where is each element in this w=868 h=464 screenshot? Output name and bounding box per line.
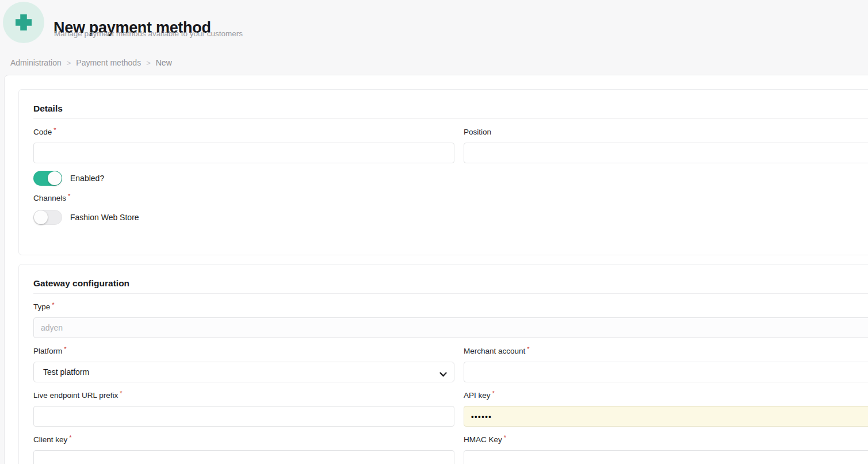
position-label: Position xyxy=(464,128,868,136)
platform-select[interactable]: Test platform xyxy=(33,362,454,382)
required-marker: * xyxy=(52,301,54,308)
client-key-input[interactable] xyxy=(33,450,454,464)
details-card-title: Details xyxy=(33,104,868,113)
required-marker: * xyxy=(504,434,506,441)
enabled-toggle-row: Enabled? xyxy=(33,171,868,186)
merchant-account-field-group: Merchant account* xyxy=(464,347,868,382)
code-input[interactable] xyxy=(33,143,454,163)
breadcrumb-administration[interactable]: Administration xyxy=(10,58,62,67)
channels-label: Channels* xyxy=(33,194,868,202)
type-label: Type* xyxy=(33,303,868,311)
type-input xyxy=(33,317,868,338)
required-marker: * xyxy=(527,346,529,352)
channel-toggle-row: Fashion Web Store xyxy=(33,210,868,225)
required-marker: * xyxy=(64,346,66,352)
type-field-group: Type* xyxy=(33,303,868,338)
live-endpoint-url-prefix-label: Live endpoint URL prefix* xyxy=(33,392,454,400)
client-key-field-group: Client key* xyxy=(33,436,454,464)
merchant-account-label: Merchant account* xyxy=(464,347,868,355)
breadcrumb: Administration > Payment methods > New xyxy=(10,58,172,67)
required-marker: * xyxy=(68,193,70,200)
required-marker: * xyxy=(492,390,495,397)
client-key-label: Client key* xyxy=(33,436,454,444)
toggle-knob xyxy=(48,171,62,185)
hmac-key-field-group: HMAC Key* xyxy=(464,436,868,464)
code-field-group: Code* xyxy=(33,128,454,163)
hmac-key-label: HMAC Key* xyxy=(464,436,868,444)
toggle-knob xyxy=(34,210,48,224)
channel-fashion-web-store-toggle[interactable] xyxy=(33,210,62,225)
hmac-key-input[interactable] xyxy=(464,450,868,464)
live-endpoint-url-prefix-input[interactable] xyxy=(33,406,454,427)
enabled-toggle[interactable] xyxy=(33,171,62,186)
gateway-configuration-card: Gateway configuration Type* Platform* Te… xyxy=(18,264,868,464)
api-key-input[interactable] xyxy=(464,406,868,427)
gateway-card-title: Gateway configuration xyxy=(33,279,868,288)
channel-fashion-web-store-label: Fashion Web Store xyxy=(70,213,139,222)
breadcrumb-new: New xyxy=(156,58,172,67)
platform-label: Platform* xyxy=(33,347,454,355)
breadcrumb-separator-icon: > xyxy=(146,59,151,67)
api-key-field-group: API key* xyxy=(464,392,868,427)
position-input[interactable] xyxy=(464,143,868,163)
page-subtitle: Manage payment methods available to your… xyxy=(54,29,243,38)
position-field-group: Position xyxy=(464,128,868,163)
gateway-divider xyxy=(33,293,868,294)
details-card: Details Code* Position Enabled? Channels… xyxy=(18,89,868,255)
plus-icon xyxy=(3,2,44,43)
live-endpoint-field-group: Live endpoint URL prefix* xyxy=(33,392,454,427)
breadcrumb-separator-icon: > xyxy=(67,59,71,67)
required-marker: * xyxy=(69,434,71,441)
required-marker: * xyxy=(120,390,122,397)
breadcrumb-payment-methods[interactable]: Payment methods xyxy=(76,58,141,67)
required-marker: * xyxy=(53,126,56,133)
api-key-label: API key* xyxy=(464,392,868,400)
enabled-label: Enabled? xyxy=(70,174,104,183)
platform-field-group: Platform* Test platform xyxy=(33,347,454,382)
merchant-account-input[interactable] xyxy=(464,362,868,382)
code-label: Code* xyxy=(33,128,454,136)
form-panel: Details Code* Position Enabled? Channels… xyxy=(4,75,868,464)
